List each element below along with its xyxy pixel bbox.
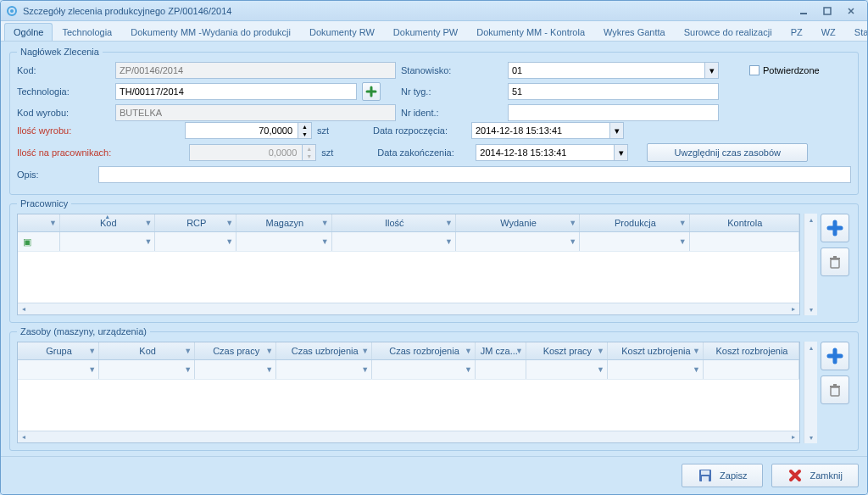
tab-pz[interactable]: PZ	[782, 23, 812, 41]
scroll-down-icon[interactable]: ▾	[804, 303, 817, 315]
tab-mm-kontrola[interactable]: Dokumenty MM - Kontrola	[467, 23, 594, 41]
save-button[interactable]: Zapisz	[682, 464, 763, 487]
filter-icon[interactable]: ▼	[49, 219, 57, 227]
resources-vscroll[interactable]: ▴▾	[804, 342, 817, 443]
workers-hscroll[interactable]: ◂▸	[18, 303, 799, 314]
filter-icon[interactable]: ▼	[265, 347, 273, 355]
field-technologia[interactable]	[115, 83, 357, 100]
workers-grid-body[interactable]	[18, 252, 799, 303]
filter-icon[interactable]: ▼	[361, 347, 369, 355]
field-iloscwyrobu[interactable]: ▲▼	[185, 122, 312, 139]
field-datarozp[interactable]: 2014-12-18 15:13:41▾	[471, 122, 624, 139]
filter-icon[interactable]: ▼	[184, 365, 192, 374]
scroll-right-icon[interactable]: ▸	[787, 303, 799, 315]
field-nrtyg[interactable]	[508, 83, 719, 100]
scroll-left-icon[interactable]: ◂	[18, 303, 30, 315]
filter-icon[interactable]: ▼	[88, 365, 96, 374]
workers-col-kod[interactable]: Kod▲▼	[60, 214, 155, 231]
res-col-jm[interactable]: JM cza...▼	[476, 342, 526, 359]
filter-icon[interactable]: ▼	[597, 347, 604, 355]
filter-icon[interactable]: ▼	[361, 365, 369, 374]
workers-col-magazyn[interactable]: Magazyn▼	[236, 214, 331, 231]
resources-grid-body[interactable]	[18, 380, 799, 431]
filter-icon[interactable]: ▼	[265, 365, 273, 374]
res-col-kosztuzbr[interactable]: Koszt uzbrojenia▼	[608, 342, 704, 359]
add-worker-button[interactable]	[821, 214, 849, 242]
filter-icon[interactable]: ▼	[515, 347, 523, 355]
filter-icon[interactable]: ▼	[465, 365, 472, 374]
close-button[interactable]	[840, 4, 862, 18]
filter-icon[interactable]: ▼	[465, 347, 472, 355]
scroll-right-icon[interactable]: ▸	[787, 431, 799, 443]
workers-col-produkcja[interactable]: Produkcja▼	[580, 214, 689, 231]
add-technologia-button[interactable]	[362, 82, 381, 101]
filter-icon[interactable]: ▼	[693, 365, 700, 374]
filter-icon[interactable]: ▼	[145, 219, 153, 227]
tab-gantt[interactable]: Wykres Gantta	[594, 23, 675, 41]
workers-col-blank[interactable]: ▼	[18, 214, 60, 231]
filter-icon[interactable]: ▼	[184, 347, 192, 355]
resources-grid[interactable]: Grupa▼ Kod▼ Czas pracy▼ Czas uzbrojenia▼…	[17, 342, 800, 443]
workers-col-wydanie[interactable]: Wydanie▼	[456, 214, 580, 231]
label-iloscprac: Ilość na pracownikach:	[17, 147, 111, 158]
filter-icon[interactable]: ▼	[445, 219, 453, 227]
close-dialog-button[interactable]: Zamknij	[771, 464, 859, 487]
res-col-kosztrozbr[interactable]: Koszt rozbrojenia	[704, 342, 799, 359]
add-resource-button[interactable]	[821, 342, 849, 370]
filter-icon[interactable]: ▼	[321, 237, 329, 246]
delete-worker-button[interactable]	[821, 248, 849, 276]
filter-icon[interactable]: ▼	[225, 237, 233, 246]
res-col-kod[interactable]: Kod▼	[99, 342, 195, 359]
filter-icon[interactable]: ▼	[88, 347, 96, 355]
filter-icon[interactable]: ▼	[445, 237, 453, 246]
field-datazak[interactable]: 2014-12-18 15:13:41▾	[476, 144, 628, 161]
filter-icon[interactable]: ▼	[225, 219, 233, 227]
filter-icon[interactable]: ▼	[693, 347, 700, 355]
field-nrident[interactable]	[508, 104, 719, 121]
chevron-down-icon[interactable]: ▾	[704, 63, 718, 78]
maximize-button[interactable]	[816, 4, 838, 18]
filter-icon[interactable]: ▼	[145, 237, 153, 246]
spinner-down-icon[interactable]: ▼	[298, 131, 311, 138]
tab-wz[interactable]: WZ	[812, 23, 845, 41]
checkbox-potwierdzone[interactable]: Potwierdzone	[749, 65, 851, 75]
tab-mm-wydania[interactable]: Dokumenty MM -Wydania do produkcji	[121, 23, 300, 41]
field-opis[interactable]	[98, 166, 851, 183]
tab-rw[interactable]: Dokumenty RW	[300, 23, 384, 41]
res-col-czasuzbr[interactable]: Czas uzbrojenia▼	[276, 342, 372, 359]
tab-surowce[interactable]: Surowce do realizacji	[675, 23, 782, 41]
filter-icon[interactable]: ▼	[569, 219, 576, 227]
res-col-czaspracy[interactable]: Czas pracy▼	[195, 342, 276, 359]
tab-technologia[interactable]: Technologia	[53, 23, 121, 41]
scroll-left-icon[interactable]: ◂	[18, 431, 30, 443]
checkbox-box[interactable]	[749, 65, 760, 75]
res-col-grupa[interactable]: Grupa▼	[18, 342, 99, 359]
filter-icon[interactable]: ▼	[321, 219, 329, 227]
spinner-up-icon[interactable]: ▲	[298, 123, 311, 131]
resources-fieldset: Zasoby (maszyny, urządzenia) Grupa▼ Kod▼…	[9, 326, 859, 451]
filter-icon[interactable]: ▼	[597, 365, 604, 374]
tab-ogolne[interactable]: Ogólne	[4, 23, 53, 41]
scroll-down-icon[interactable]: ▾	[804, 431, 817, 443]
tab-pw[interactable]: Dokumenty PW	[384, 23, 467, 41]
filter-icon[interactable]: ▼	[679, 237, 687, 246]
scroll-up-icon[interactable]: ▴	[804, 342, 817, 353]
workers-vscroll[interactable]: ▴▾	[804, 214, 817, 315]
resources-hscroll[interactable]: ◂▸	[18, 431, 799, 442]
scroll-up-icon[interactable]: ▴	[804, 214, 817, 225]
res-col-kosztpracy[interactable]: Koszt pracy▼	[526, 342, 608, 359]
minimize-button[interactable]	[793, 4, 815, 18]
filter-icon[interactable]: ▼	[679, 219, 687, 227]
filter-icon[interactable]: ▼	[569, 237, 576, 246]
chevron-down-icon[interactable]: ▾	[614, 145, 627, 160]
workers-grid[interactable]: ▼ Kod▲▼ RCP▼ Magazyn▼ Ilość▼ Wydanie▼ Pr…	[17, 214, 800, 315]
uwzglednij-button[interactable]: Uwzględnij czas zasobów	[647, 143, 808, 162]
chevron-down-icon[interactable]: ▾	[609, 123, 623, 138]
res-col-czasrozbr[interactable]: Czas rozbrojenia▼	[372, 342, 476, 359]
workers-col-kontrola[interactable]: Kontrola	[690, 214, 799, 231]
workers-col-rcp[interactable]: RCP▼	[155, 214, 236, 231]
delete-resource-button[interactable]	[821, 375, 849, 404]
field-stanowisko[interactable]: 01▾	[508, 62, 719, 79]
workers-col-ilosc[interactable]: Ilość▼	[332, 214, 456, 231]
tab-stany[interactable]: Stany magazynowe	[845, 23, 868, 41]
